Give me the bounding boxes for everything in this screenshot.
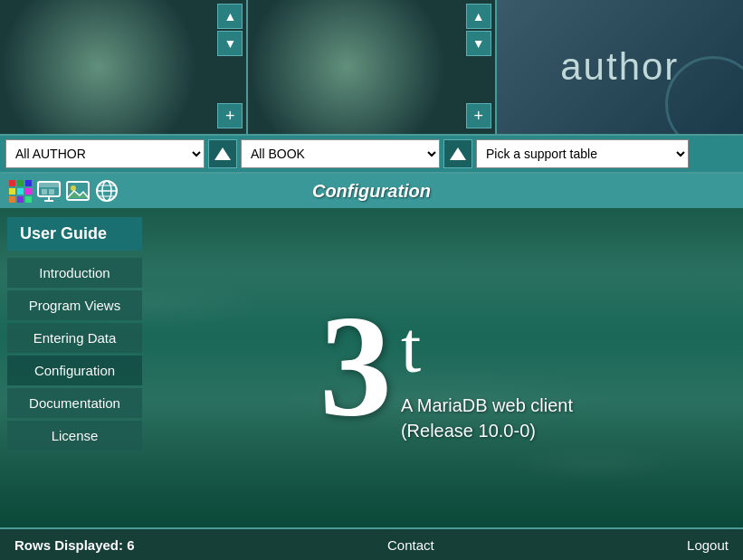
toolbar-icons bbox=[7, 178, 119, 204]
app-description-line2: (Release 10.0-0) bbox=[401, 421, 536, 441]
layout-icon[interactable] bbox=[36, 178, 62, 204]
panel2-controls: ▲ ▼ bbox=[466, 4, 491, 56]
svg-rect-1 bbox=[17, 180, 24, 186]
sidebar-item-license[interactable]: License bbox=[7, 421, 142, 451]
svg-rect-0 bbox=[9, 180, 15, 186]
panel1-down-btn[interactable]: ▼ bbox=[217, 31, 243, 56]
svg-rect-2 bbox=[25, 180, 32, 186]
book-sort-btn[interactable] bbox=[443, 139, 472, 168]
color-grid-icon[interactable] bbox=[7, 178, 33, 204]
top-image-row: ▲ ▼ + ▲ ▼ + author bbox=[0, 0, 743, 136]
author-panel: author bbox=[497, 0, 743, 134]
panel2-plus-btn[interactable]: + bbox=[466, 103, 491, 128]
author-label: author bbox=[560, 45, 679, 89]
toolbar-title: Configuration bbox=[312, 181, 431, 202]
app-description-line1: A MariaDB web client bbox=[401, 395, 573, 415]
toolbar-row: Configuration bbox=[0, 174, 743, 208]
svg-rect-11 bbox=[42, 189, 47, 195]
filter-row: All AUTHOR All BOOK Pick a support table bbox=[0, 136, 743, 174]
image-icon[interactable] bbox=[65, 178, 90, 204]
panel1-up-btn[interactable]: ▲ bbox=[217, 4, 243, 29]
panel2-up-btn[interactable]: ▲ bbox=[466, 4, 491, 29]
sidebar-item-introduction[interactable]: Introduction bbox=[7, 258, 142, 288]
app-version-number: 3 bbox=[319, 293, 392, 438]
sidebar-item-documentation[interactable]: Documentation bbox=[7, 388, 142, 418]
svg-rect-3 bbox=[9, 188, 15, 195]
sidebar-item-program-views[interactable]: Program Views bbox=[7, 290, 142, 320]
superscript-t: t bbox=[401, 311, 573, 384]
contact-link[interactable]: Contact bbox=[387, 537, 434, 553]
app-info: 3 t A MariaDB web client (Release 10.0-0… bbox=[319, 293, 573, 443]
panel2-down-btn[interactable]: ▼ bbox=[466, 31, 491, 56]
sidebar-header[interactable]: User Guide bbox=[7, 217, 142, 251]
sidebar-item-entering-data[interactable]: Entering Data bbox=[7, 323, 142, 353]
globe-icon[interactable] bbox=[94, 178, 119, 204]
svg-rect-12 bbox=[49, 189, 54, 195]
support-select[interactable]: Pick a support table bbox=[476, 139, 689, 168]
svg-rect-5 bbox=[25, 188, 32, 195]
author-sort-icon bbox=[214, 147, 231, 160]
svg-rect-7 bbox=[17, 196, 24, 203]
status-bar: Rows Displayed: 6 Contact Logout bbox=[0, 527, 743, 560]
svg-rect-6 bbox=[9, 196, 15, 203]
svg-rect-8 bbox=[25, 196, 32, 203]
main-area: User Guide Introduction Program Views En… bbox=[0, 208, 743, 527]
svg-rect-10 bbox=[38, 182, 60, 187]
sidebar-item-configuration[interactable]: Configuration bbox=[7, 356, 142, 385]
book-sort-icon bbox=[450, 147, 466, 160]
main-content: 3 t A MariaDB web client (Release 10.0-0… bbox=[149, 208, 743, 527]
svg-rect-4 bbox=[17, 188, 24, 195]
app-description: A MariaDB web client (Release 10.0-0) bbox=[401, 393, 573, 443]
image-panel-2: ▲ ▼ + bbox=[248, 0, 496, 134]
image-panel-1: ▲ ▼ + bbox=[0, 0, 248, 134]
sidebar: User Guide Introduction Program Views En… bbox=[0, 208, 149, 527]
svg-point-16 bbox=[71, 185, 76, 191]
book-select[interactable]: All BOOK bbox=[241, 139, 440, 168]
rows-displayed: Rows Displayed: 6 bbox=[14, 537, 135, 553]
logout-link[interactable]: Logout bbox=[687, 537, 729, 553]
panel1-controls: ▲ ▼ bbox=[217, 4, 243, 56]
author-sort-btn[interactable] bbox=[208, 139, 237, 168]
app-info-right: t A MariaDB web client (Release 10.0-0) bbox=[401, 293, 573, 443]
panel1-plus-btn[interactable]: + bbox=[217, 103, 243, 128]
author-select[interactable]: All AUTHOR bbox=[5, 139, 205, 168]
